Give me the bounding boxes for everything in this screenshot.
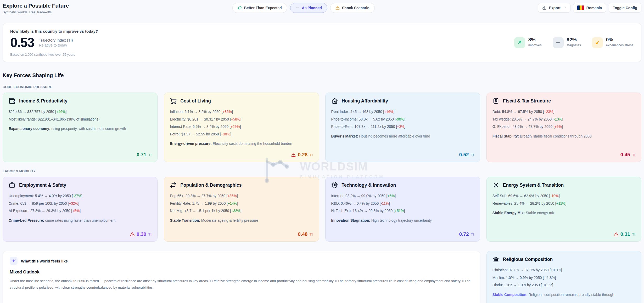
card-housing-affordability: Housing AffordabilityRent Index: 145 → 1… <box>325 93 480 162</box>
metric-line: Muslim: 1.0% → 0.9% by 2050 [-11.8%] <box>492 274 635 282</box>
metric-line: Rent Index: 145 → 168 by 2050 [+16%] <box>331 108 474 116</box>
scenario-as-planned-button[interactable]: As Planned <box>290 3 327 13</box>
metric-line: Internet: 93.2% → 99.0% by 2050 [+6%] <box>331 192 474 200</box>
narrative-title: What this world feels like <box>21 259 68 263</box>
trajectory-index-badge: 0.31TI <box>492 229 635 237</box>
country-selector-button[interactable]: Romania <box>573 3 606 13</box>
chevron-down-icon <box>563 6 566 9</box>
metric-delta: +16% <box>384 110 394 114</box>
ti-value: 0.31 <box>620 231 630 237</box>
metric-delta: +14% <box>228 202 237 205</box>
trajectory-index-badge: 0.52TI <box>331 149 474 158</box>
metric-line: Electricity: $0.201 → $0.317 by 2050 [+5… <box>170 116 313 123</box>
metric-text: Pop 65+: 20.3% → 27.7% by 2050 <box>170 194 225 198</box>
card-note: Energy-driven pressure: Electricity cost… <box>170 141 313 147</box>
metric-line: Fertility Rate: 1.75 → 1.99 by 2050 [+14… <box>170 200 313 208</box>
metric-text: Inflation: 6.1% → 8.2% by 2050 <box>170 110 220 114</box>
arrows-icon <box>170 182 177 188</box>
scenario-shock-button[interactable]: Shock Scenario <box>330 3 375 13</box>
ti-suffix: TI <box>471 232 474 236</box>
card-title: Population & Demographics <box>180 182 242 188</box>
metric-line: Net Mig: +3.7 → +5.1 per 1k by 2050 [+38… <box>170 207 313 215</box>
group-label-core-economic: CORE ECONOMIC PRESSURE <box>3 85 641 89</box>
toggle-config-button[interactable]: Toggle Config <box>609 3 641 13</box>
metric-text: R&D: 0.46% → 0.4% by 2050 <box>331 202 379 205</box>
ti-suffix: TI <box>632 232 635 236</box>
warning-icon <box>291 153 296 157</box>
country-label: Romania <box>586 6 602 10</box>
stat-value: 92% <box>567 37 581 43</box>
metric-text: Hi-Tech Exp: 13.4% → 20.3% by 2050 <box>331 209 393 213</box>
metric-text: Interest Rate: 6.5% → 8.4% by 2050 <box>170 125 228 129</box>
metric-delta: +9% <box>555 125 562 129</box>
metric-delta: +38% <box>231 209 240 213</box>
summary-stats: 8% improves 92% stagnates 0% <box>514 37 633 48</box>
ti-value: 0.71 <box>137 152 146 158</box>
metric-text: Renewables: 25.4% → 28.2% by 2050 <box>492 202 554 205</box>
sun-icon <box>492 182 499 188</box>
metric-line: Renewables: 25.4% → 28.2% by 2050 [+11%] <box>492 200 635 208</box>
trajectory-index-badge: 0.72TI <box>331 229 474 237</box>
narrative-headline: Mixed Outlook <box>10 270 473 275</box>
card-note: Stable Transition: Moderate ageing & fer… <box>170 218 313 224</box>
metric-line: Crime: 653 → 859 per 100k by 2050 [+32%] <box>9 200 152 208</box>
cart-icon <box>170 98 177 104</box>
metric-delta: -90% <box>396 117 404 121</box>
download-icon <box>542 6 546 10</box>
metric-delta: +29% <box>231 125 240 129</box>
minus-icon <box>553 37 564 48</box>
metric-line: R&D: 0.46% → 0.4% by 2050 [-11%] <box>331 200 474 208</box>
metric-delta: +3% <box>397 125 404 129</box>
minus-icon <box>295 6 300 10</box>
trajectory-index-badge: 0.71TI <box>9 149 152 158</box>
metric-line: Unemployment: 5.4% → 4.0% by 2050 [-27%] <box>9 192 152 200</box>
note-text: Broadly stable fiscal conditions through… <box>520 134 592 138</box>
toggle-config-label: Toggle Config <box>613 6 637 10</box>
top-bar: Explore a Possible Future Synthetic worl… <box>3 2 641 14</box>
metric-delta: +32% <box>69 202 78 205</box>
metric-line: Interest Rate: 6.5% → 8.4% by 2050 [+29%… <box>170 123 313 131</box>
metric-line: Pop 65+: 20.3% → 27.7% by 2050 [+36%] <box>170 192 313 200</box>
metric-text: $22,436 → $32,757 by 2050 <box>9 110 54 114</box>
ti-value: 0.52 <box>459 152 469 158</box>
scenario-better-than-expected-button[interactable]: Better Than Expected <box>232 3 287 13</box>
trend-up-icon <box>514 37 525 48</box>
metric-line: Petrol: $1.97 → $2.55 by 2050 [+30%] <box>170 131 313 138</box>
card-fiscal-tax-structure: Fiscal & Tax StructureDebt: 54.8% → 67.5… <box>486 93 641 162</box>
card-title: Employment & Safety <box>19 182 66 188</box>
card-energy-system-transition: Energy System & TransitionSelf-Suf.: 69.… <box>486 177 641 242</box>
trajectory-index-badge: 0.30TI <box>9 229 152 237</box>
metric-text: Tax wedge: 28.5% → 24.7% by 2050 <box>492 117 552 121</box>
stat-experiences-stress: 0% experiences stress <box>592 37 633 48</box>
card-note: Stable Energy Mix: Stable energy mix <box>492 210 635 216</box>
religion-card-slot: Religious CompositionChristian: 97.1% → … <box>486 251 641 303</box>
note-text: Religious composition remains broadly st… <box>529 293 614 297</box>
export-button[interactable]: Export <box>538 3 570 13</box>
stat-label: stagnates <box>567 43 581 47</box>
ti-value: 0.48 <box>298 231 307 237</box>
card-title: Fiscal & Tax Structure <box>503 98 551 104</box>
card-note: Fiscal Stability: Broadly stable fiscal … <box>492 133 635 140</box>
page-subtitle: Synthetic worlds. Real trade-offs. <box>3 10 69 14</box>
note-label: Fiscal Stability: <box>492 134 519 138</box>
stat-value: 0% <box>606 37 633 43</box>
metric-delta: +0.0% <box>551 268 561 272</box>
narrative-body: Under the baseline scenario, the outlook… <box>10 278 473 291</box>
note-label: Stable Energy Mix: <box>492 211 525 215</box>
metric-text: AI Exposure: 27.8% → 29.3% by 2050 <box>9 209 70 213</box>
ti-suffix: TI <box>148 232 152 236</box>
metric-delta: +0.1% <box>542 283 552 287</box>
stat-label: improves <box>528 43 542 47</box>
header-actions: Export Romania Toggle Config <box>538 2 641 13</box>
metric-text: Net Mig: +3.7 → +5.1 per 1k by 2050 <box>170 209 229 213</box>
landmark-icon <box>492 256 499 263</box>
romania-flag-icon <box>577 5 584 10</box>
card-note: Crime-Led Pressure: crime rates rising f… <box>9 218 152 224</box>
metric-text: Self-Suf.: 69.6% → 62.9% by 2050 <box>492 194 548 198</box>
metric-text: Price-to-Income: 53.8x → 5.6x by 2050 <box>331 117 394 121</box>
note-label: Expansionary economy: <box>9 127 50 131</box>
card-grid-labor-mobility: Employment & SafetyUnemployment: 5.4% → … <box>3 177 641 242</box>
stat-improves: 8% improves <box>514 37 542 48</box>
metric-line: G. Expend.: 43.6% → 47.7% by 2050 [+9%] <box>492 123 635 131</box>
banknote-icon <box>492 98 499 104</box>
